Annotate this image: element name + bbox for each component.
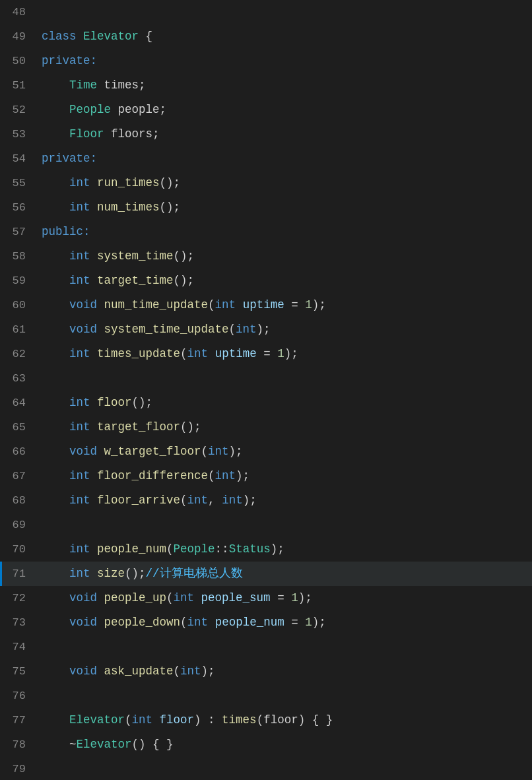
line-number: 57 xyxy=(0,220,36,244)
code-line: 67 int floor_difference(int); xyxy=(0,464,532,488)
token: int xyxy=(187,347,209,360)
token: int xyxy=(69,201,90,214)
token xyxy=(42,665,69,678)
code-line: 75 void ask_update(int); xyxy=(0,659,532,684)
line-content xyxy=(36,757,532,780)
token xyxy=(42,347,69,360)
line-number: 59 xyxy=(0,269,36,293)
token xyxy=(42,79,69,92)
line-number: 79 xyxy=(0,758,36,780)
token xyxy=(236,298,243,311)
token xyxy=(42,323,69,336)
token: ~ xyxy=(42,738,77,751)
token: int xyxy=(222,494,243,507)
token: (); xyxy=(174,249,195,263)
token xyxy=(42,445,69,458)
token xyxy=(42,591,69,604)
token xyxy=(42,567,69,580)
code-line: 76 xyxy=(0,684,532,708)
token: int xyxy=(69,176,90,189)
line-number: 66 xyxy=(0,440,36,464)
token xyxy=(42,396,69,409)
token xyxy=(42,274,69,287)
token xyxy=(208,347,215,360)
token xyxy=(152,713,160,727)
line-content: Time times; xyxy=(36,73,532,97)
line-number: 51 xyxy=(0,74,36,98)
token: int xyxy=(236,323,257,336)
token: ( xyxy=(180,347,187,360)
token: int xyxy=(69,494,90,507)
code-line: 62 int times_update(int uptime = 1); xyxy=(0,342,532,366)
token: , xyxy=(208,494,222,507)
token: 1 xyxy=(305,298,312,311)
token: num_time_update xyxy=(104,298,209,311)
line-content xyxy=(36,684,532,707)
line-content: int size();//计算电梯总人数 xyxy=(36,562,532,585)
line-content: People people; xyxy=(36,98,532,121)
token: system_time_update xyxy=(104,323,229,336)
token xyxy=(90,567,98,580)
token: ); xyxy=(229,445,243,458)
line-content: Floor floors; xyxy=(36,122,532,146)
token: ( xyxy=(229,323,236,336)
line-number: 75 xyxy=(0,660,36,684)
token xyxy=(97,665,104,678)
token xyxy=(90,420,98,434)
token: times xyxy=(222,713,257,727)
token: (); xyxy=(132,396,153,409)
line-content: void num_time_update(int uptime = 1); xyxy=(36,293,532,317)
code-line: 69 xyxy=(0,513,532,537)
token: ); xyxy=(312,616,326,629)
line-content: int num_times(); xyxy=(36,195,532,219)
code-line: 55 int run_times(); xyxy=(0,171,532,195)
code-line: 63 xyxy=(0,366,532,391)
token: ); xyxy=(257,323,271,336)
token: int xyxy=(69,274,90,287)
code-line: 52 People people; xyxy=(0,98,532,122)
line-number: 50 xyxy=(0,49,36,73)
token: int xyxy=(69,249,90,263)
token: floor_arrive xyxy=(97,494,180,507)
token xyxy=(42,176,69,189)
line-number: 60 xyxy=(0,294,36,317)
token: ( xyxy=(174,665,181,678)
token: ( xyxy=(208,469,215,482)
line-content xyxy=(36,513,532,536)
token: ( xyxy=(180,616,187,629)
code-line: 71 int size();//计算电梯总人数 xyxy=(0,562,532,586)
line-content: int system_time(); xyxy=(36,244,532,268)
active-bar xyxy=(0,562,2,586)
token: int xyxy=(208,445,229,458)
token xyxy=(42,713,69,727)
token: system_time xyxy=(97,249,174,263)
token: target_floor xyxy=(97,420,180,434)
line-number: 52 xyxy=(0,98,36,122)
token: int xyxy=(187,494,209,507)
token xyxy=(97,323,104,336)
code-line: 57public: xyxy=(0,220,532,244)
token: int xyxy=(69,542,90,556)
token xyxy=(90,249,98,263)
token: class xyxy=(42,30,83,43)
token: int xyxy=(69,469,90,482)
token: = xyxy=(284,616,306,629)
token: ); xyxy=(236,469,249,482)
code-line: 48 xyxy=(0,0,532,24)
code-line: 49class Elevator { xyxy=(0,24,532,49)
token xyxy=(42,616,69,629)
token: (); xyxy=(125,567,146,580)
token xyxy=(42,494,69,507)
token: w_target_floor xyxy=(104,445,201,458)
token: 1 xyxy=(291,591,298,604)
token: ); xyxy=(271,542,284,556)
line-content: private: xyxy=(36,49,532,73)
token: ( xyxy=(201,445,209,458)
token: () { } xyxy=(132,738,174,751)
token: floor xyxy=(160,713,195,727)
code-line: 51 Time times; xyxy=(0,73,532,98)
token: (); xyxy=(174,274,195,287)
code-line: 53 Floor floors; xyxy=(0,122,532,146)
line-number: 49 xyxy=(0,25,36,49)
line-content: int people_num(People::Status); xyxy=(36,537,532,561)
